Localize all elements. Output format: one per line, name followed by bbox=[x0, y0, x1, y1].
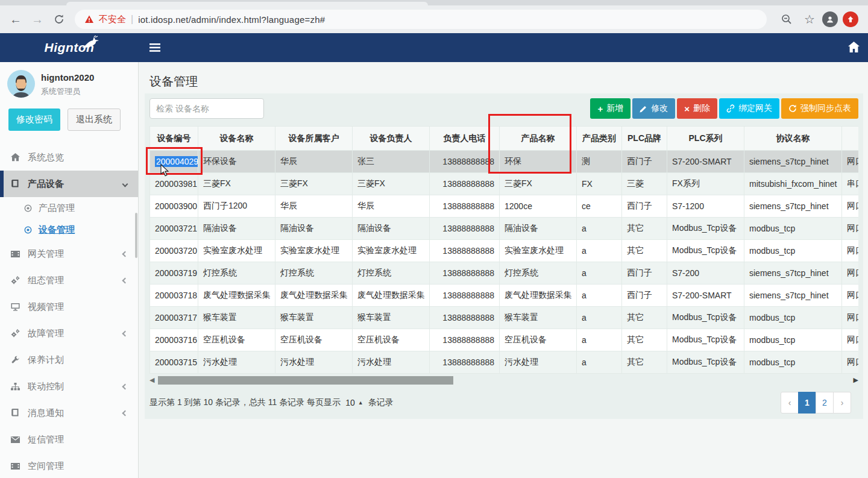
table-row[interactable]: 200003718废气处理数据采集废气处理数据采集废气处理数据采集1388888… bbox=[150, 285, 859, 307]
cell: 空压机设备 bbox=[500, 329, 577, 351]
cell: 猴车装置 bbox=[198, 307, 275, 329]
table-row[interactable]: 200003719灯控系统灯控系统灯控系统13888888888灯控系统a西门子… bbox=[150, 262, 859, 285]
cell: 网口 bbox=[842, 351, 859, 374]
cell: a bbox=[577, 240, 622, 262]
cell: 网口 bbox=[842, 262, 859, 285]
cell: siemens_s7tcp_hinet bbox=[744, 195, 842, 218]
cell: Modbus_Tcp设备 bbox=[667, 351, 744, 374]
sidebar-item-maintenance-plan[interactable]: 保养计划 bbox=[0, 347, 138, 373]
browser-profile-icon[interactable] bbox=[822, 11, 838, 27]
edit-button[interactable]: 修改 bbox=[632, 98, 675, 119]
table-row[interactable]: 200004029环保设备华辰张三13888888888环保测西门子S7-200… bbox=[150, 151, 859, 173]
delete-button[interactable]: × 删除 bbox=[677, 98, 717, 119]
cell: modbus_tcp bbox=[744, 240, 842, 262]
browser-toolbar: ← → 不安全 | iot.idosp.net/admin/index.html… bbox=[0, 5, 868, 33]
table-row[interactable]: 200003720实验室废水处理实验室废水处理实验室废水处理1388888888… bbox=[150, 240, 859, 262]
sidebar-item-system-overview[interactable]: 系统总览 bbox=[0, 144, 138, 171]
table-row[interactable]: 200003717猴车装置猴车装置猴车装置13888888888猴车装置a其它M… bbox=[150, 307, 859, 329]
device-table-card: + 新增 修改 × 删除 绑定网关 强制同步点表 bbox=[145, 93, 863, 419]
sidebar-item-space-management[interactable]: 空间管理 bbox=[0, 453, 138, 478]
sidebar-item-fault-management[interactable]: 故障管理 bbox=[0, 320, 138, 347]
device-table-wrap: 设备编号设备名称设备所属客户设备负责人负责人电话产品名称产品类别PLC品牌PLC… bbox=[149, 126, 858, 374]
back-icon[interactable]: ← bbox=[6, 10, 25, 29]
scroll-left-icon[interactable]: ◀ bbox=[149, 376, 154, 384]
scroll-right-icon[interactable]: ▶ bbox=[854, 376, 858, 384]
chevron-left-icon bbox=[122, 277, 128, 283]
browser-tab[interactable] bbox=[66, 2, 428, 5]
cell: a bbox=[577, 351, 622, 374]
sidebar-item-message-notification[interactable]: 消息通知 bbox=[0, 400, 138, 426]
column-header: 通讯 bbox=[842, 127, 859, 151]
logout-button[interactable]: 退出系统 bbox=[68, 108, 121, 131]
cell: 隔油设备 bbox=[353, 218, 430, 240]
chevron-left-icon bbox=[122, 330, 128, 336]
cell: 灯控系统 bbox=[500, 262, 577, 285]
prev-page-button[interactable]: ‹ bbox=[781, 392, 799, 414]
cell: 张三 bbox=[353, 151, 430, 173]
menu-toggle-icon[interactable] bbox=[147, 40, 163, 55]
sidebar-scrollbar[interactable] bbox=[135, 213, 137, 258]
bind-gateway-button[interactable]: 绑定网关 bbox=[719, 98, 779, 119]
sidebar-item-sms-management[interactable]: 短信管理 bbox=[0, 426, 138, 453]
table-row[interactable]: 200003715污水处理污水处理污水处理13888888888污水处理a其它M… bbox=[150, 351, 859, 374]
sidebar-item-video-management[interactable]: 视频管理 bbox=[0, 294, 138, 320]
dot-circle-icon bbox=[24, 204, 33, 212]
page-2-button[interactable]: 2 bbox=[816, 392, 834, 414]
bookmark-star-icon[interactable]: ☆ bbox=[799, 9, 820, 30]
sidebar-item-product-management[interactable]: 产品管理 bbox=[0, 197, 138, 219]
reload-icon[interactable] bbox=[49, 10, 69, 29]
sidebar-item-device-management[interactable]: 设备管理 bbox=[0, 219, 138, 241]
sidebar-item-configuration-management[interactable]: 组态管理 bbox=[0, 267, 138, 294]
cell: a bbox=[577, 218, 622, 240]
sidebar-item-gateway-management[interactable]: 网关管理 bbox=[0, 241, 138, 267]
cell: 猴车装置 bbox=[500, 307, 577, 329]
page-1-button[interactable]: 1 bbox=[798, 392, 816, 414]
cell: S7-200 bbox=[667, 262, 744, 285]
address-bar[interactable]: 不安全 | iot.idosp.net/admin/index.html?lan… bbox=[75, 10, 767, 29]
cell: 200003715 bbox=[150, 351, 198, 374]
page-size-dropdown[interactable]: 10 ▲ bbox=[345, 398, 363, 407]
zoom-out-icon[interactable] bbox=[776, 9, 797, 30]
cell: 三菱FX bbox=[275, 173, 353, 195]
caret-up-icon: ▲ bbox=[358, 400, 363, 406]
next-page-button[interactable]: › bbox=[833, 392, 851, 414]
home-icon[interactable] bbox=[848, 42, 860, 55]
warning-icon bbox=[84, 14, 94, 24]
sidebar-item-linkage-control[interactable]: 联动控制 bbox=[0, 373, 138, 400]
force-sync-button[interactable]: 强制同步点表 bbox=[781, 98, 858, 119]
film-icon bbox=[11, 250, 20, 258]
scrollbar-thumb[interactable] bbox=[158, 376, 453, 385]
browser-update-icon[interactable] bbox=[843, 11, 858, 27]
table-row[interactable]: 200003721隔油设备隔油设备隔油设备13888888888隔油设备a其它M… bbox=[150, 218, 859, 240]
add-button[interactable]: + 新增 bbox=[590, 98, 631, 119]
book-icon bbox=[11, 409, 20, 417]
home-icon bbox=[11, 153, 20, 162]
forward-icon[interactable]: → bbox=[28, 10, 47, 29]
cell: 三菱 bbox=[622, 173, 667, 195]
column-header: 产品类别 bbox=[577, 127, 622, 151]
table-row[interactable]: 200003981三菱FX三菱FX三菱FX13888888888三菱FXFX三菱… bbox=[150, 173, 859, 195]
cell: 环保设备 bbox=[198, 151, 275, 173]
cell: 1200ce bbox=[500, 195, 577, 218]
search-input[interactable] bbox=[149, 98, 264, 119]
page-title: 设备管理 bbox=[139, 62, 868, 90]
cell: 网口 bbox=[842, 329, 859, 351]
cell: 200003717 bbox=[150, 307, 198, 329]
cell: 200003981 bbox=[150, 173, 198, 195]
refresh-icon bbox=[788, 104, 797, 113]
sidebar-item-product-device[interactable]: 产品设备 bbox=[0, 171, 138, 197]
cell: 其它 bbox=[622, 240, 667, 262]
cell: 空压机设备 bbox=[353, 329, 430, 351]
main-content: 设备管理 + 新增 修改 × 删除 绑定网关 bbox=[139, 62, 868, 478]
column-header: 协议名称 bbox=[744, 127, 842, 151]
table-row[interactable]: 200003900西门子1200华辰华辰138888888881200cece西… bbox=[150, 195, 859, 218]
table-row[interactable]: 200003716空压机设备空压机设备空压机设备13888888888空压机设备… bbox=[150, 329, 859, 351]
address-separator: | bbox=[131, 14, 133, 25]
cell: 网口 bbox=[842, 307, 859, 329]
column-header: 设备负责人 bbox=[353, 127, 430, 151]
avatar bbox=[7, 70, 35, 98]
change-password-button[interactable]: 修改密码 bbox=[8, 108, 60, 131]
cell: 200003900 bbox=[150, 195, 198, 218]
chevron-left-icon bbox=[122, 410, 128, 416]
cell: 其它 bbox=[622, 329, 667, 351]
